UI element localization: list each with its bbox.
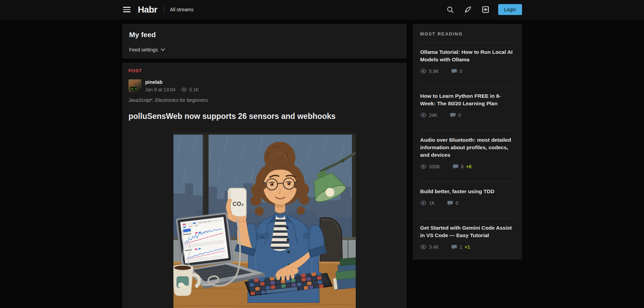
eye-icon	[420, 163, 427, 170]
comment-icon	[447, 200, 453, 206]
most-reading-panel: MOST READING Ollama Tutorial: How to Run…	[413, 24, 522, 260]
most-reading-item: Audio over Bluetooth: most detailed info…	[420, 130, 515, 176]
divider	[164, 6, 164, 13]
comments-count: 0	[456, 200, 458, 206]
comment-icon	[451, 244, 457, 250]
comments-stat[interactable]: 0	[447, 200, 458, 206]
eye-icon	[420, 112, 427, 118]
feed-header-panel: My feed Feed settings	[122, 24, 407, 59]
post-cover-illustration[interactable]: CO₂	[173, 132, 356, 308]
search-button[interactable]	[446, 5, 455, 14]
views-stat: 3.1K	[181, 87, 199, 93]
post-title-link[interactable]: polluSensWeb now supports 26 sensors and…	[128, 112, 336, 121]
feed-settings-label: Feed settings	[129, 47, 158, 52]
hamburger-icon[interactable]	[123, 7, 131, 12]
most-reading-item: Build better, faster using TDD 1K 0	[420, 182, 515, 212]
comments-stat[interactable]: 1 +1	[451, 244, 470, 250]
comments-count: 0	[460, 68, 462, 74]
topbar: Habr All streams Login	[0, 0, 644, 19]
comments-count: 0	[458, 112, 461, 118]
chevron-down-icon	[161, 48, 165, 51]
post-date[interactable]: Jan 9 at 13:04	[145, 87, 175, 92]
post-card: POST 24.9 pinelab Jan 9 at 13:04	[122, 63, 407, 308]
comment-icon	[453, 164, 459, 170]
most-reading-item: Get Started with Gemini Code Assist in V…	[420, 218, 515, 256]
pen-icon	[464, 5, 472, 14]
post-hubs[interactable]: JavaScript*, Electronics for beginners	[128, 97, 208, 103]
feed-settings-dropdown[interactable]: Feed settings	[129, 47, 165, 52]
views-stat: 3.4K	[420, 244, 439, 250]
views-stat: 1K	[420, 200, 435, 206]
comment-icon	[451, 68, 457, 74]
most-reading-item: Ollama Tutorial: How to Run Local AI Mod…	[420, 43, 515, 80]
author-link[interactable]: pinelab	[145, 79, 163, 85]
views-stat: 333K	[420, 163, 440, 170]
comments-stat[interactable]: 0	[450, 112, 461, 118]
most-reading-item: How to Learn Python FREE in 8-Week: The …	[420, 87, 515, 124]
eye-icon	[420, 68, 427, 74]
new-comments-badge: +1	[465, 244, 470, 250]
comments-count: 1	[460, 244, 462, 250]
moderation-button[interactable]	[481, 5, 490, 14]
eye-icon	[181, 87, 187, 93]
views-count: 24K	[429, 112, 438, 118]
eye-icon	[420, 200, 427, 206]
views-count: 5.9K	[429, 68, 439, 74]
comments-stat[interactable]: 0	[451, 68, 462, 74]
views-count: 3.1K	[189, 87, 199, 92]
device-label: CO₂	[232, 200, 244, 207]
write-post-button[interactable]	[463, 5, 472, 14]
article-title-link[interactable]: Ollama Tutorial: How to Run Local AI Mod…	[420, 48, 515, 63]
post-type-label: POST	[128, 68, 400, 73]
avatar-lcd: 24.9	[130, 87, 137, 90]
views-stat: 24K	[420, 112, 438, 118]
nav-all-streams[interactable]: All streams	[170, 7, 194, 12]
eye-square-icon	[481, 5, 490, 14]
new-comments-badge: +8	[466, 164, 472, 169]
comments-count: 8	[461, 164, 464, 169]
article-title-link[interactable]: Build better, faster using TDD	[420, 188, 515, 195]
comment-icon	[450, 112, 456, 118]
article-title-link[interactable]: How to Learn Python FREE in 8-Week: The …	[420, 92, 515, 107]
views-count: 3.4K	[429, 244, 439, 250]
login-button[interactable]: Login	[498, 4, 522, 15]
page-title: My feed	[129, 31, 400, 39]
logo[interactable]: Habr	[138, 4, 157, 15]
article-title-link[interactable]: Audio over Bluetooth: most detailed info…	[420, 136, 515, 159]
views-stat: 5.9K	[420, 68, 439, 74]
views-count: 1K	[429, 200, 435, 206]
most-reading-title: MOST READING	[420, 31, 515, 36]
avatar[interactable]: 24.9	[128, 79, 141, 92]
article-title-link[interactable]: Get Started with Gemini Code Assist in V…	[420, 224, 515, 239]
search-icon	[446, 5, 454, 14]
comments-stat[interactable]: 8 +8	[453, 164, 472, 170]
eye-icon	[420, 244, 427, 250]
views-count: 333K	[429, 164, 440, 169]
